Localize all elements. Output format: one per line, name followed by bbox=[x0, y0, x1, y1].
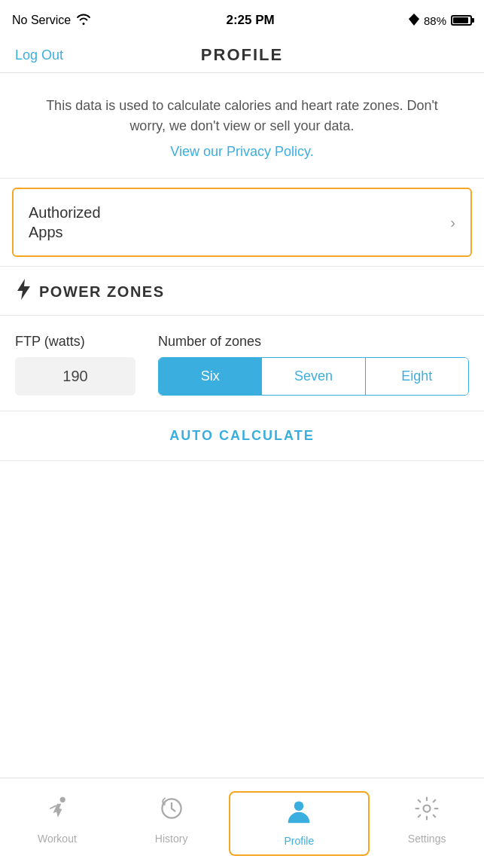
zone-six-button[interactable]: Six bbox=[159, 358, 262, 395]
privacy-policy-link[interactable]: View our Privacy Policy. bbox=[170, 144, 313, 159]
authorized-apps-label: AuthorizedApps bbox=[29, 203, 101, 242]
svg-marker-0 bbox=[17, 279, 30, 300]
status-left: No Service bbox=[12, 13, 92, 28]
info-text: This data is used to calculate calories … bbox=[30, 96, 454, 136]
status-bar: No Service 2:25 PM 88% bbox=[0, 0, 484, 38]
zones-toggle: Six Seven Eight bbox=[158, 357, 469, 396]
authorized-apps-container: AuthorizedApps › bbox=[0, 179, 484, 267]
page-title: PROFILE bbox=[201, 45, 283, 65]
zone-eight-button[interactable]: Eight bbox=[366, 358, 468, 395]
logout-button[interactable]: Log Out bbox=[15, 47, 63, 63]
ftp-label: FTP (watts) bbox=[15, 334, 135, 350]
wifi-icon bbox=[75, 13, 92, 28]
profile-tab-label: Profile bbox=[285, 835, 315, 847]
svg-point-5 bbox=[424, 805, 431, 811]
tab-bar: Workout History Profile bbox=[0, 778, 484, 868]
ftp-zones-section: FTP (watts) Number of zones Six Seven Ei… bbox=[0, 316, 484, 411]
authorized-apps-row[interactable]: AuthorizedApps › bbox=[12, 188, 472, 257]
workout-icon bbox=[44, 795, 71, 828]
settings-icon bbox=[413, 795, 440, 828]
battery-icon bbox=[451, 15, 472, 26]
chevron-right-icon: › bbox=[450, 214, 455, 231]
settings-tab-label: Settings bbox=[408, 833, 446, 845]
location-icon bbox=[409, 14, 419, 28]
auto-calculate-row: AUTO CALCULATE bbox=[0, 411, 484, 461]
ftp-column: FTP (watts) bbox=[15, 334, 135, 396]
nav-bar: Log Out PROFILE bbox=[0, 38, 484, 73]
ftp-input[interactable] bbox=[15, 357, 135, 396]
battery-percent: 88% bbox=[424, 14, 446, 27]
history-icon bbox=[158, 795, 185, 828]
power-zones-header: POWER ZONES bbox=[0, 267, 484, 316]
profile-icon bbox=[285, 797, 312, 830]
workout-tab-label: Workout bbox=[38, 833, 77, 845]
power-zones-title: POWER ZONES bbox=[39, 283, 165, 301]
tab-profile[interactable]: Profile bbox=[229, 791, 370, 856]
tab-settings[interactable]: Settings bbox=[370, 795, 484, 852]
main-content: This data is used to calculate calories … bbox=[0, 73, 484, 559]
zone-seven-button[interactable]: Seven bbox=[262, 358, 365, 395]
info-section: This data is used to calculate calories … bbox=[0, 73, 484, 179]
bolt-icon bbox=[15, 279, 32, 304]
auto-calculate-button[interactable]: AUTO CALCULATE bbox=[169, 428, 314, 444]
history-tab-label: History bbox=[155, 833, 188, 845]
svg-point-4 bbox=[294, 801, 304, 811]
zones-column: Number of zones Six Seven Eight bbox=[158, 334, 469, 396]
time-display: 2:25 PM bbox=[226, 13, 274, 28]
zones-label: Number of zones bbox=[158, 334, 469, 350]
carrier-text: No Service bbox=[12, 14, 71, 27]
status-right: 88% bbox=[409, 14, 472, 28]
tab-workout[interactable]: Workout bbox=[0, 795, 114, 852]
tab-history[interactable]: History bbox=[114, 795, 229, 852]
svg-point-1 bbox=[59, 796, 65, 802]
